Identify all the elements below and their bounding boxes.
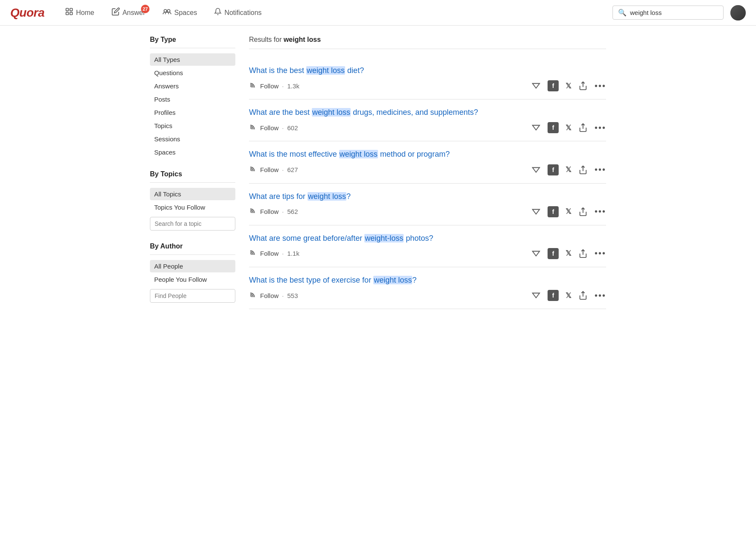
twitter-icon[interactable]: 𝕏 <box>566 291 571 300</box>
twitter-icon[interactable]: 𝕏 <box>566 123 571 132</box>
nav-item-notifications[interactable]: Notifications <box>207 4 268 21</box>
share-icon[interactable] <box>578 207 588 216</box>
facebook-icon[interactable]: f <box>548 122 559 133</box>
result-actions: Follow · 562 f 𝕏 ••• <box>249 206 606 217</box>
sidebar-item-people-you-follow[interactable]: People You Follow <box>150 273 235 286</box>
sidebar-item-sessions[interactable]: Sessions <box>150 133 235 145</box>
results-query: weight loss <box>284 36 321 43</box>
nav-item-answer[interactable]: Answer 27 <box>105 4 152 21</box>
header: Quora Home Answer 27 <box>0 0 756 26</box>
spaces-icon <box>162 7 172 18</box>
avatar[interactable] <box>730 5 746 20</box>
people-search-input[interactable] <box>150 289 235 303</box>
sidebar-item-all-people[interactable]: All People <box>150 260 235 272</box>
sidebar-item-answers[interactable]: Answers <box>150 80 235 92</box>
downvote-icon[interactable] <box>531 249 541 258</box>
downvote-icon[interactable] <box>531 165 541 175</box>
result-actions: Follow · 627 f 𝕏 ••• <box>249 164 606 175</box>
more-icon[interactable]: ••• <box>595 165 606 175</box>
follow-label[interactable]: Follow <box>260 124 278 131</box>
sidebar-item-all-topics[interactable]: All Topics <box>150 188 235 200</box>
by-topics-title: By Topics <box>150 170 235 178</box>
facebook-icon[interactable]: f <box>548 80 559 91</box>
main-layout: By Type All Types Questions Answers Post… <box>143 26 613 325</box>
sidebar-item-profiles[interactable]: Profiles <box>150 106 235 119</box>
search-icon: 🔍 <box>618 9 627 17</box>
more-icon[interactable]: ••• <box>595 123 606 133</box>
main-content: Results for weight loss What is the best… <box>249 36 606 315</box>
follow-label[interactable]: Follow <box>260 250 278 257</box>
sidebar-item-topics[interactable]: Topics <box>150 120 235 132</box>
result-title-q3[interactable]: What is the most effective weight loss m… <box>249 149 606 160</box>
results-list: What is the best weight loss diet? Follo… <box>249 58 606 309</box>
sidebar-item-spaces[interactable]: Spaces <box>150 146 235 158</box>
result-title-q5[interactable]: What are some great before/after weight-… <box>249 233 606 244</box>
nav-item-home[interactable]: Home <box>58 4 101 21</box>
share-icon[interactable] <box>578 291 588 300</box>
result-title-q4[interactable]: What are tips for weight loss? <box>249 191 606 202</box>
search-input[interactable] <box>630 9 718 16</box>
facebook-icon[interactable]: f <box>548 290 559 301</box>
downvote-icon[interactable] <box>531 207 541 216</box>
sidebar-item-topics-you-follow[interactable]: Topics You Follow <box>150 201 235 213</box>
action-icons: f 𝕏 ••• <box>531 290 606 301</box>
more-icon[interactable]: ••• <box>595 248 606 258</box>
more-icon[interactable]: ••• <box>595 207 606 216</box>
twitter-icon[interactable]: 𝕏 <box>566 249 571 258</box>
share-icon[interactable] <box>578 249 588 258</box>
svg-rect-0 <box>66 9 68 11</box>
nav-home-label: Home <box>76 9 94 17</box>
share-icon[interactable] <box>578 123 588 132</box>
result-title-q1[interactable]: What is the best weight loss diet? <box>249 65 606 76</box>
facebook-icon[interactable]: f <box>548 164 559 175</box>
result-title-q6[interactable]: What is the best type of exercise for we… <box>249 275 606 286</box>
follow-count: 1.1k <box>287 250 299 257</box>
sidebar-item-all-types[interactable]: All Types <box>150 53 235 66</box>
follow-dot: · <box>282 124 284 131</box>
sidebar-by-type: By Type All Types Questions Answers Post… <box>150 36 235 158</box>
twitter-icon[interactable]: 𝕏 <box>566 165 571 174</box>
downvote-icon[interactable] <box>531 123 541 132</box>
follow-dot: · <box>282 166 284 173</box>
result-actions: Follow · 1.3k f 𝕏 ••• <box>249 80 606 91</box>
share-icon[interactable] <box>578 81 588 91</box>
logo[interactable]: Quora <box>10 6 44 20</box>
twitter-icon[interactable]: 𝕏 <box>566 82 571 91</box>
sidebar-item-questions[interactable]: Questions <box>150 67 235 79</box>
follow-section: Follow · 562 <box>249 207 298 216</box>
more-icon[interactable]: ••• <box>595 291 606 301</box>
follow-section: Follow · 1.1k <box>249 248 299 258</box>
result-title-q2[interactable]: What are the best weight loss drugs, med… <box>249 107 606 118</box>
follow-label[interactable]: Follow <box>260 166 278 173</box>
topic-search-input[interactable] <box>150 217 235 231</box>
divider <box>150 182 235 183</box>
follow-label[interactable]: Follow <box>260 208 278 215</box>
facebook-icon[interactable]: f <box>548 248 559 259</box>
sidebar-item-posts[interactable]: Posts <box>150 93 235 105</box>
twitter-icon[interactable]: 𝕏 <box>566 207 571 216</box>
svg-marker-14 <box>533 251 540 256</box>
more-icon[interactable]: ••• <box>595 81 606 91</box>
downvote-icon[interactable] <box>531 81 541 91</box>
svg-rect-2 <box>66 12 68 15</box>
follow-count: 627 <box>287 166 298 173</box>
facebook-icon[interactable]: f <box>548 206 559 217</box>
follow-label[interactable]: Follow <box>260 82 278 90</box>
downvote-icon[interactable] <box>531 291 541 300</box>
follow-icon <box>249 165 257 175</box>
search-box[interactable]: 🔍 <box>612 6 724 20</box>
svg-marker-10 <box>533 167 540 172</box>
svg-rect-1 <box>70 9 73 11</box>
follow-count: 553 <box>287 292 298 299</box>
follow-icon <box>249 123 257 133</box>
follow-dot: · <box>282 82 284 90</box>
follow-count: 562 <box>287 208 298 215</box>
nav-item-spaces[interactable]: Spaces <box>155 4 204 21</box>
result-item: What are the best weight loss drugs, med… <box>249 99 606 141</box>
follow-count: 602 <box>287 124 298 131</box>
share-icon[interactable] <box>578 165 588 175</box>
results-header: Results for weight loss <box>249 36 606 49</box>
follow-label[interactable]: Follow <box>260 292 278 299</box>
result-item: What is the most effective weight loss m… <box>249 141 606 183</box>
results-prefix: Results for <box>249 36 281 43</box>
